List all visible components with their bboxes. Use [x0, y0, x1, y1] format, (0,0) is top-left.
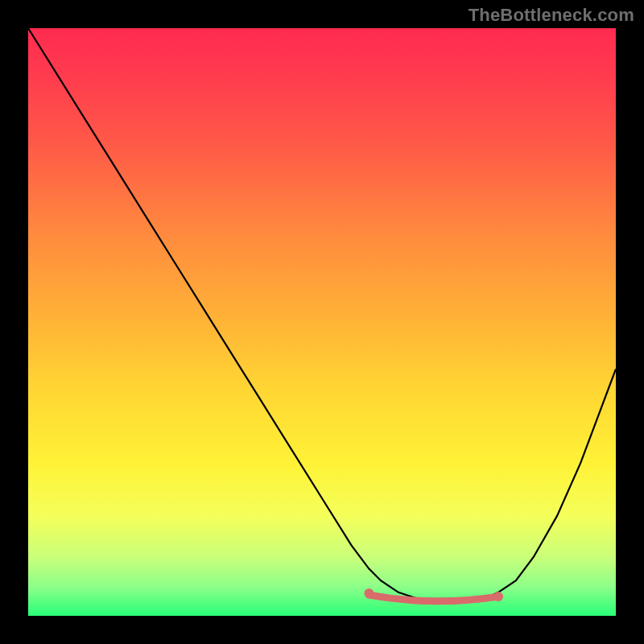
- watermark-text: TheBottleneck.com: [469, 5, 634, 26]
- chart-frame: TheBottleneck.com: [0, 0, 644, 644]
- gradient-background: [28, 28, 616, 616]
- plot-area: [28, 28, 616, 616]
- chart-svg: [28, 28, 616, 616]
- svg-point-0: [364, 588, 374, 598]
- svg-point-1: [493, 592, 503, 601]
